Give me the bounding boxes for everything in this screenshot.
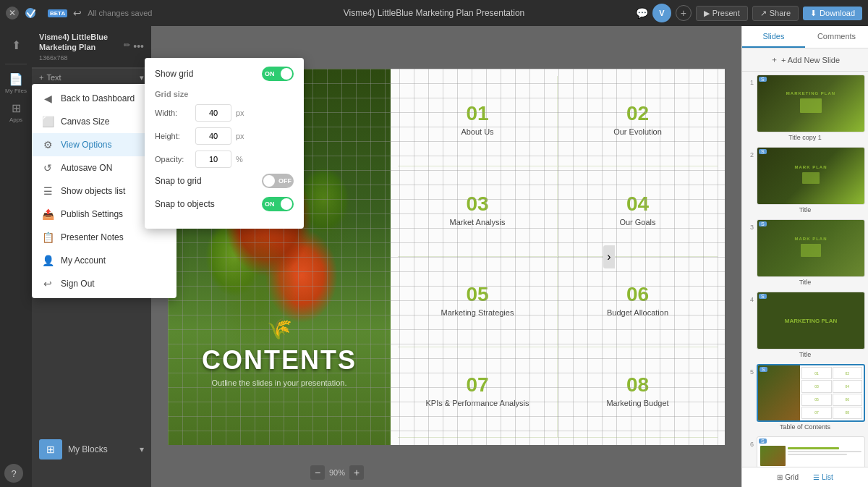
share-label: Share	[770, 9, 791, 17]
project-title-line2: Marketing Plan	[39, 42, 108, 52]
slide-left-text: 🌾 CONTENTS Outline the slides in your pr…	[168, 317, 391, 387]
present-button[interactable]: ▶ Present	[696, 6, 748, 21]
slide-label-2: Title	[745, 206, 865, 216]
grid-num-5: 05	[466, 284, 488, 305]
height-input[interactable]	[195, 127, 231, 145]
add-slide-icon: ＋	[770, 54, 778, 65]
chat-button[interactable]: 💬	[636, 7, 648, 19]
slide-badge-6: S	[759, 439, 767, 444]
autosave-label: Autosave ON	[61, 163, 112, 173]
zoom-out-button[interactable]: −	[310, 465, 325, 480]
separator	[5, 64, 27, 64]
zoom-in-button[interactable]: +	[349, 465, 364, 480]
upload-icon: ⬆	[12, 38, 21, 52]
slide-num-5: 5	[745, 364, 754, 376]
grid-label: Grid	[785, 473, 799, 481]
add-collaborator-button[interactable]: +	[676, 5, 692, 21]
slide-item-3[interactable]: 3 S MARK PLAN Title	[745, 219, 865, 289]
grid-item-3: 03 Market Analysis	[398, 166, 558, 257]
grid-label-6: Budget Allocation	[607, 308, 668, 318]
slide-thumb-3[interactable]: S MARK PLAN	[757, 219, 865, 277]
close-button[interactable]: ✕	[6, 7, 19, 20]
slide-badge-2: S	[759, 149, 767, 154]
toggle-on-text: ON	[265, 70, 275, 77]
sidebar-item-apps[interactable]: ⊞ Apps	[3, 99, 29, 125]
grid-item-2: 02 Our Evolution	[558, 76, 718, 166]
back-label: Back to Dashboard	[61, 93, 135, 103]
contents-grid: 01 About Us 02 Our Evolution 03 Market A…	[391, 69, 725, 445]
height-label: Height:	[155, 132, 191, 140]
objects-icon: ☰	[42, 185, 54, 197]
notes-icon: 📋	[42, 232, 54, 243]
edit-title-icon[interactable]: ✏	[124, 41, 130, 52]
slide-num-4: 4	[745, 292, 754, 303]
slide-label-5: Table of Contents	[745, 423, 865, 433]
grid-num-1: 01	[466, 103, 488, 124]
sidebar-item-myfiles[interactable]: 📄 My Files	[3, 70, 29, 96]
avatar[interactable]: V	[652, 4, 671, 22]
slide-label-3: Title	[745, 279, 865, 289]
help-button[interactable]: ?	[4, 464, 23, 483]
panel-toggle-button[interactable]: ›	[603, 245, 615, 268]
slide-item-1[interactable]: 1 S MARKETING PLAN Title copy 1	[745, 75, 865, 144]
snap-to-grid-toggle[interactable]: OFF	[262, 174, 294, 188]
menu-presenter-notes[interactable]: 📋 Presenter Notes	[32, 226, 176, 249]
opacity-input[interactable]	[195, 151, 231, 168]
list-view-button[interactable]: ☰ List	[810, 472, 836, 483]
show-grid-toggle[interactable]: ON	[262, 67, 294, 81]
menu-my-account[interactable]: 👤 My Account	[32, 249, 176, 272]
view-options-label: View Options	[61, 140, 111, 150]
width-input[interactable]	[195, 104, 231, 122]
snap-grid-off-text: OFF	[278, 177, 292, 185]
grid-num-8: 08	[626, 375, 649, 395]
sign-out-label: Sign Out	[61, 279, 95, 289]
canvas-size-label: Canvas Size	[61, 117, 109, 127]
slide-thumb-2[interactable]: S MARK PLAN	[757, 147, 865, 205]
app-title: Visme4) LittleBlue Marketing Plan Presen…	[344, 8, 525, 18]
download-icon: ⬇	[810, 9, 817, 18]
grid-label-7: KPIs & Performance Analysis	[425, 398, 529, 408]
tab-slides[interactable]: Slides	[742, 26, 805, 48]
slide-thumb-5[interactable]: S 01 02 03 04 05 06 07 08	[757, 364, 865, 422]
list-label: List	[822, 473, 833, 481]
grid-icon: ⊞	[777, 473, 783, 481]
share-icon: ↗	[760, 9, 767, 18]
opacity-unit: %	[236, 155, 243, 164]
icon-bar: ⬆ 📄 My Files ⊞ Apps ?	[0, 26, 32, 487]
sidebar-item-upload[interactable]: ⬆	[3, 32, 29, 58]
apps-label: Apps	[9, 117, 22, 123]
show-objects-label: Show objects list	[61, 186, 125, 196]
visme-logo: BETA	[25, 6, 67, 20]
slide-badge-5: S	[760, 367, 767, 372]
width-label: Width:	[155, 109, 191, 117]
grid-view-button[interactable]: ⊞ Grid	[774, 472, 801, 483]
grid-num-6: 06	[626, 284, 649, 305]
presenter-notes-label: Presenter Notes	[61, 232, 124, 242]
zoom-controls: − 90% +	[310, 465, 364, 480]
slide-thumb-6[interactable]: S ● ● ●	[757, 436, 865, 467]
opacity-label: Opacity:	[155, 155, 191, 164]
download-button[interactable]: ⬇ Download	[803, 7, 862, 20]
my-account-label: My Account	[61, 255, 106, 266]
more-options-icon[interactable]: •••	[133, 41, 144, 52]
slide-item-5[interactable]: 5 S 01 02 03 04 05 06 07 08	[745, 364, 865, 433]
slide-thumb-1[interactable]: S MARKETING PLAN	[757, 75, 865, 132]
menu-sign-out[interactable]: ↩ Sign Out	[32, 272, 176, 295]
canvas-icon: ⬜	[42, 116, 54, 127]
slide-thumb-4[interactable]: S MARKETING PLAN	[757, 292, 865, 350]
share-button[interactable]: ↗ Share	[752, 6, 799, 21]
snap-to-grid-label: Snap to grid	[155, 176, 202, 186]
project-size: 1366x768	[39, 54, 108, 62]
slide-item-4[interactable]: 4 S MARKETING PLAN Title	[745, 292, 865, 361]
tab-comments[interactable]: Comments	[805, 26, 868, 48]
add-slide-button[interactable]: ＋ + Add New Slide	[742, 48, 868, 72]
undo-button[interactable]: ↩	[73, 7, 82, 19]
slide-item-6[interactable]: 6 S ● ●	[745, 436, 865, 467]
add-text-button[interactable]: + Text ▾	[39, 73, 144, 82]
slide-label-1: Title copy 1	[745, 134, 865, 144]
slide-badge-3: S	[759, 221, 767, 226]
snap-to-objects-toggle[interactable]: ON	[262, 197, 294, 211]
slide-item-2[interactable]: 2 S MARK PLAN Title	[745, 147, 865, 216]
right-panel: Slides Comments ＋ + Add New Slide 1 S MA…	[741, 26, 868, 487]
list-icon: ☰	[813, 473, 820, 481]
